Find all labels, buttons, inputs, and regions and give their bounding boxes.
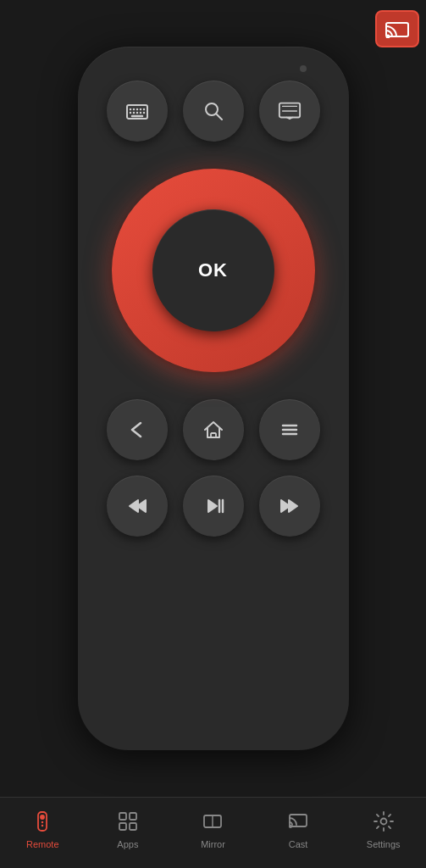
cast-nav-icon xyxy=(287,810,309,836)
dpad-container[interactable]: OK xyxy=(112,169,315,372)
media-buttons-row xyxy=(107,476,320,537)
back-icon xyxy=(125,418,149,442)
svg-rect-36 xyxy=(130,823,136,830)
ok-label: OK xyxy=(198,259,228,281)
svg-point-30 xyxy=(41,815,44,819)
top-bar xyxy=(0,0,426,51)
svg-point-40 xyxy=(290,825,291,826)
top-buttons-row xyxy=(107,81,320,142)
play-pause-button[interactable] xyxy=(183,476,244,537)
nav-label-settings: Settings xyxy=(367,839,401,849)
nav-item-apps[interactable]: Apps xyxy=(86,810,171,856)
nav-label-apps: Apps xyxy=(117,839,138,849)
back-button[interactable] xyxy=(107,399,168,460)
display-button[interactable] xyxy=(259,81,320,142)
remote-body: OK xyxy=(78,47,349,750)
home-icon xyxy=(202,418,225,442)
rewind-button[interactable] xyxy=(107,476,168,537)
mirror-nav-icon xyxy=(202,810,224,836)
nav-label-mirror: Mirror xyxy=(201,839,225,849)
keyboard-button[interactable] xyxy=(107,81,168,142)
keyboard-icon xyxy=(125,99,149,123)
nav-item-remote[interactable]: Remote xyxy=(0,810,86,856)
menu-button[interactable] xyxy=(259,399,320,460)
cast-connect-button[interactable] xyxy=(375,10,419,47)
ok-button[interactable]: OK xyxy=(152,209,274,331)
rewind-icon xyxy=(125,494,149,518)
play-pause-icon xyxy=(202,494,225,518)
nav-item-mirror[interactable]: Mirror xyxy=(170,810,256,856)
remote-led xyxy=(300,65,307,72)
bottom-nav: Remote Apps Mirror xyxy=(0,797,426,868)
svg-point-41 xyxy=(380,818,386,824)
search-icon xyxy=(202,99,225,123)
svg-marker-24 xyxy=(208,500,217,512)
fast-forward-icon xyxy=(278,494,302,518)
svg-rect-18 xyxy=(211,433,216,437)
svg-rect-34 xyxy=(130,813,136,820)
display-icon xyxy=(278,99,302,123)
search-button[interactable] xyxy=(183,81,244,142)
mid-buttons-row xyxy=(107,399,320,460)
settings-nav-icon xyxy=(373,810,395,836)
apps-nav-icon xyxy=(117,810,139,836)
nav-label-cast: Cast xyxy=(289,839,308,849)
svg-rect-35 xyxy=(119,823,126,830)
home-button[interactable] xyxy=(183,399,244,460)
svg-rect-0 xyxy=(386,23,408,36)
svg-point-1 xyxy=(387,36,390,38)
svg-line-15 xyxy=(216,114,222,120)
nav-item-cast[interactable]: Cast xyxy=(256,810,341,856)
svg-rect-33 xyxy=(119,813,126,820)
fast-forward-button[interactable] xyxy=(259,476,320,537)
cast-icon xyxy=(385,19,409,38)
nav-item-settings[interactable]: Settings xyxy=(340,810,426,856)
svg-marker-28 xyxy=(289,500,297,512)
menu-icon xyxy=(278,418,302,442)
svg-rect-16 xyxy=(279,103,299,118)
nav-label-remote: Remote xyxy=(26,839,59,849)
remote-nav-icon xyxy=(31,810,53,836)
